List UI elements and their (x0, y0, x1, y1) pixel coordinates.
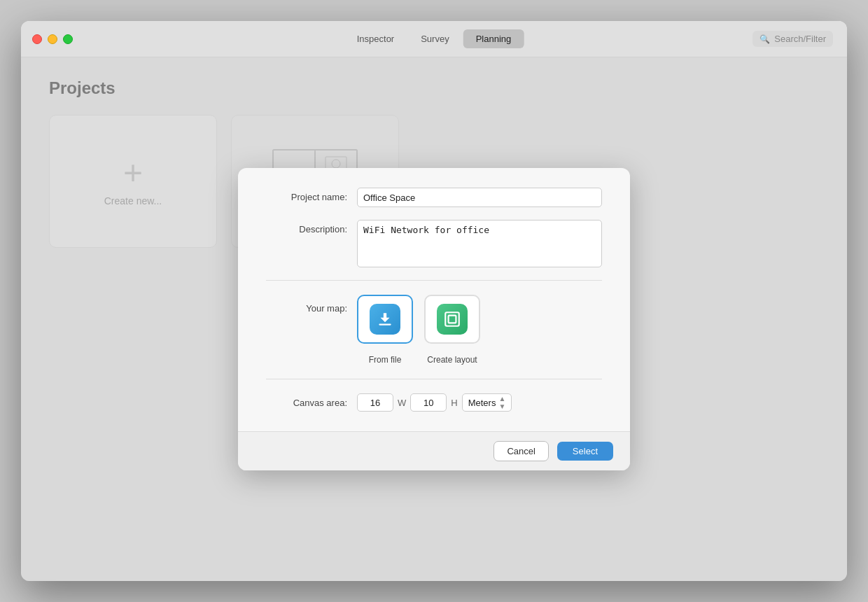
search-placeholder-text: Search/Filter (774, 34, 826, 44)
your-map-label: Your map: (266, 295, 357, 314)
description-input[interactable]: WiFi Network for office (357, 220, 602, 267)
main-content: Projects + Create new... (21, 57, 847, 581)
create-layout-icon (437, 304, 468, 335)
map-option-labels: From file Create layout (357, 355, 480, 365)
layout-icon (443, 310, 461, 328)
project-name-input[interactable] (357, 188, 602, 207)
dialog-body: Project name: Description: WiFi Network … (238, 168, 630, 431)
canvas-area-section: Canvas area: W H Meters ▲ ▼ (266, 393, 602, 412)
divider-2 (266, 379, 602, 379)
select-button[interactable]: Select (557, 442, 613, 461)
minimize-button[interactable] (48, 34, 57, 44)
traffic-lights (21, 34, 73, 44)
canvas-width-input[interactable] (357, 393, 393, 412)
cancel-button[interactable]: Cancel (493, 441, 548, 461)
description-label: Description: (266, 220, 357, 234)
map-section: Your map: (266, 295, 602, 365)
close-button[interactable] (32, 34, 42, 44)
canvas-unit-selector[interactable]: Meters ▲ ▼ (462, 393, 512, 412)
project-name-label: Project name: (266, 188, 357, 202)
canvas-inputs: W H Meters ▲ ▼ (357, 393, 512, 412)
canvas-unit-label: Meters (468, 398, 496, 408)
search-icon: 🔍 (760, 34, 770, 44)
tab-survey[interactable]: Survey (408, 29, 461, 48)
canvas-height-input[interactable] (410, 393, 447, 412)
map-buttons (357, 295, 480, 344)
height-label: H (451, 398, 457, 408)
tab-bar: Inspector Survey Planning (344, 29, 524, 48)
titlebar: Inspector Survey Planning 🔍 Search/Filte… (21, 21, 847, 57)
svg-rect-9 (449, 316, 456, 323)
download-icon (376, 310, 394, 328)
from-file-button[interactable] (357, 295, 413, 344)
description-row: Description: WiFi Network for office (266, 220, 602, 267)
tab-inspector[interactable]: Inspector (344, 29, 407, 48)
app-window: Inspector Survey Planning 🔍 Search/Filte… (21, 21, 847, 581)
map-options: From file Create layout (357, 295, 480, 365)
from-file-icon (370, 304, 400, 335)
from-file-label: From file (357, 355, 413, 365)
maximize-button[interactable] (63, 34, 73, 44)
dialog-footer: Cancel Select (238, 431, 630, 470)
canvas-area-label: Canvas area: (266, 398, 357, 408)
width-label: W (398, 398, 406, 408)
project-name-row: Project name: (266, 188, 602, 207)
tab-planning[interactable]: Planning (463, 29, 524, 48)
new-project-dialog: Project name: Description: WiFi Network … (238, 168, 630, 470)
stepper-arrows: ▲ ▼ (498, 396, 505, 410)
divider-1 (266, 280, 602, 281)
create-layout-label: Create layout (424, 355, 480, 365)
search-bar[interactable]: 🔍 Search/Filter (752, 31, 833, 47)
svg-rect-7 (379, 324, 391, 326)
dialog-overlay: Project name: Description: WiFi Network … (21, 57, 847, 581)
create-layout-button[interactable] (424, 295, 480, 344)
svg-rect-8 (445, 312, 459, 326)
